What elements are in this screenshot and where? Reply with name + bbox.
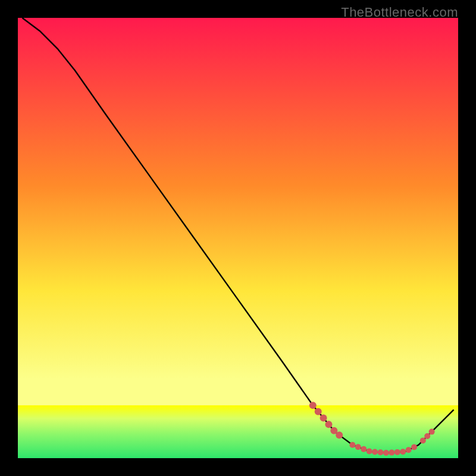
data-marker	[394, 449, 400, 455]
data-marker	[320, 415, 327, 422]
data-marker	[411, 444, 417, 450]
data-marker	[372, 449, 378, 455]
data-marker	[429, 429, 435, 435]
data-marker	[315, 408, 322, 415]
data-marker	[309, 402, 317, 409]
data-marker	[361, 446, 367, 452]
data-marker	[383, 450, 389, 456]
plot-area	[18, 18, 458, 458]
data-marker	[349, 442, 355, 448]
data-marker	[389, 450, 394, 456]
chart-frame: TheBottleneck.com	[0, 0, 476, 476]
data-marker	[377, 449, 383, 455]
data-marker	[336, 431, 343, 439]
data-marker	[400, 449, 406, 455]
data-marker	[424, 433, 430, 439]
data-marker	[420, 437, 426, 443]
chart-svg	[18, 18, 458, 458]
data-marker	[325, 421, 332, 428]
data-marker	[355, 444, 361, 450]
data-marker	[367, 448, 372, 454]
data-marker	[406, 447, 412, 453]
